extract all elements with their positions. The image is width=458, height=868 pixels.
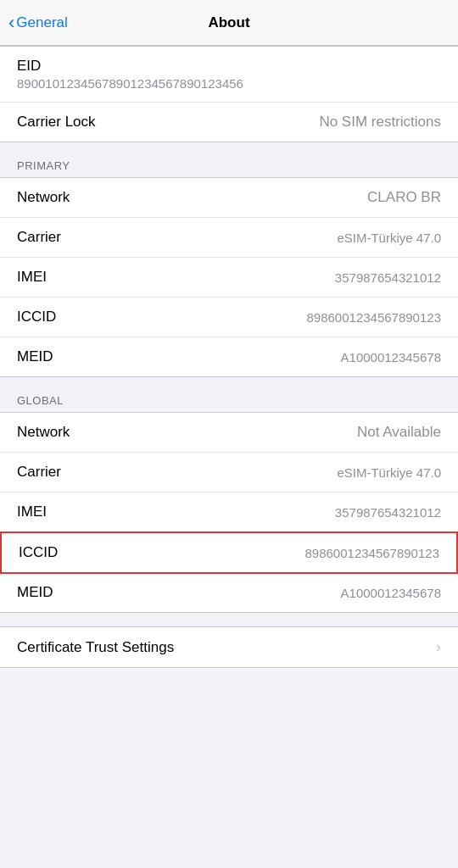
page-title: About <box>208 14 249 31</box>
global-iccid-value: 8986001234567890123 <box>304 546 439 560</box>
primary-network-row: Network CLARO BR <box>0 178 458 218</box>
eid-label: EID <box>17 58 41 75</box>
primary-meid-label: MEID <box>17 348 53 365</box>
back-chevron-icon: ‹ <box>8 14 14 32</box>
carrier-lock-value: No SIM restrictions <box>319 114 441 131</box>
certificate-trust-row[interactable]: Certificate Trust Settings › <box>0 626 458 668</box>
global-carrier-row: Carrier eSIM-Türkiye 47.0 <box>0 453 458 492</box>
global-section-header: GLOBAL <box>0 377 458 412</box>
top-info-group: EID 89001012345678901234567890123456 Car… <box>0 46 458 142</box>
global-network-row: Network Not Available <box>0 413 458 453</box>
global-group: Network Not Available Carrier eSIM-Türki… <box>0 412 458 613</box>
carrier-lock-row: Carrier Lock No SIM restrictions <box>0 103 458 142</box>
global-imei-value: 357987654321012 <box>335 505 441 520</box>
primary-network-value: CLARO BR <box>367 189 441 206</box>
primary-imei-value: 357987654321012 <box>335 270 441 285</box>
primary-meid-row: MEID A1000012345678 <box>0 337 458 376</box>
chevron-right-icon: › <box>436 638 441 656</box>
primary-iccid-value: 8986001234567890123 <box>306 310 441 325</box>
primary-network-label: Network <box>17 189 70 206</box>
global-iccid-row: ICCID 8986001234567890123 <box>0 531 458 574</box>
primary-section-header: PRIMARY <box>0 142 458 177</box>
global-imei-row: IMEI 357987654321012 <box>0 492 458 532</box>
primary-carrier-row: Carrier eSIM-Türkiye 47.0 <box>0 218 458 258</box>
primary-iccid-row: ICCID 8986001234567890123 <box>0 298 458 337</box>
back-label: General <box>16 14 67 31</box>
certificate-trust-label: Certificate Trust Settings <box>17 639 174 656</box>
global-iccid-label: ICCID <box>19 544 58 561</box>
global-carrier-value: eSIM-Türkiye 47.0 <box>337 465 441 480</box>
global-carrier-label: Carrier <box>17 464 61 481</box>
primary-meid-value: A1000012345678 <box>341 350 441 364</box>
primary-group: Network CLARO BR Carrier eSIM-Türkiye 47… <box>0 177 458 377</box>
primary-imei-row: IMEI 357987654321012 <box>0 258 458 298</box>
eid-value: 89001012345678901234567890123456 <box>17 76 243 91</box>
global-meid-label: MEID <box>17 584 53 601</box>
eid-row: EID 89001012345678901234567890123456 <box>0 47 458 103</box>
back-button[interactable]: ‹ General <box>8 14 68 32</box>
global-meid-value: A1000012345678 <box>341 586 441 600</box>
global-imei-label: IMEI <box>17 504 47 520</box>
primary-iccid-label: ICCID <box>17 309 56 326</box>
global-meid-row: MEID A1000012345678 <box>0 573 458 612</box>
global-network-label: Network <box>17 424 70 441</box>
global-network-value: Not Available <box>357 424 441 441</box>
primary-imei-label: IMEI <box>17 269 47 286</box>
navigation-bar: ‹ General About <box>0 0 458 46</box>
primary-carrier-value: eSIM-Türkiye 47.0 <box>337 231 441 245</box>
carrier-lock-label: Carrier Lock <box>17 114 96 131</box>
primary-carrier-label: Carrier <box>17 229 61 246</box>
